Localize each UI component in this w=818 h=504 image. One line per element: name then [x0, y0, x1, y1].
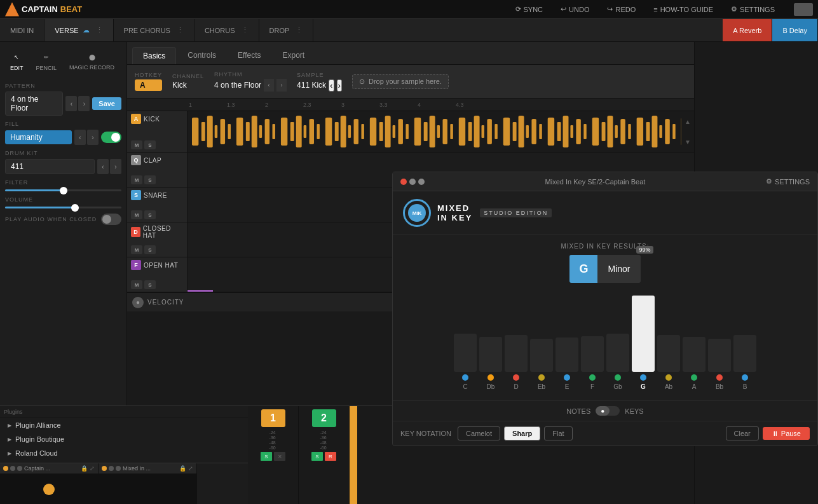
track-kick-scroll-up[interactable]: ▲	[685, 118, 691, 125]
verse-menu-icon[interactable]: ⋮	[96, 26, 103, 34]
mixer-orange-bar	[350, 406, 357, 504]
kick-mute-button[interactable]: M	[131, 140, 142, 149]
velocity-dot[interactable]: ●	[132, 297, 144, 308]
tab-chorus[interactable]: CHORUS ⋮	[194, 19, 259, 41]
pause-button[interactable]: ⏸ Pause	[763, 427, 810, 440]
track-kick-scroll-down[interactable]: ▼	[685, 139, 691, 146]
sync-button[interactable]: ⟳ SYNC	[512, 4, 547, 15]
tab-midi-in[interactable]: MIDI IN	[0, 19, 44, 41]
volume-slider-thumb[interactable]	[71, 204, 79, 212]
svg-rect-3	[215, 125, 217, 138]
mixer-ch1-mute-button[interactable]: ✕	[274, 452, 285, 461]
filter-slider[interactable]	[5, 189, 121, 191]
fill-prev-button[interactable]: ‹	[74, 130, 86, 145]
track-controls-kick: M S	[131, 140, 183, 149]
track-name-kick: KICK	[144, 116, 160, 123]
open-hat-solo-button[interactable]: S	[144, 280, 156, 289]
kick-solo-button[interactable]: S	[144, 140, 156, 149]
captain-panel-expand[interactable]: ⤢	[90, 465, 95, 472]
mixer-ch2-s-button[interactable]: S	[311, 452, 323, 461]
drum-kit-next-button[interactable]: ›	[110, 159, 121, 174]
sync-label: SYNC	[524, 6, 543, 13]
svg-rect-8	[252, 116, 257, 147]
mik-notes-toggle-option[interactable]: ●	[596, 406, 610, 416]
closed-hat-solo-button[interactable]: S	[144, 245, 156, 254]
tab-pre-chorus[interactable]: PRE CHORUS ⋮	[114, 19, 194, 41]
track-header-closed-hat: D CLOSED HAT M S	[127, 222, 187, 257]
pencil-tool-button[interactable]: ✏ PENCIL	[31, 47, 62, 75]
svg-rect-65	[672, 124, 675, 139]
magic-record-tool-button[interactable]: ⬤ MAGIC RECORD	[64, 47, 119, 75]
howto-button[interactable]: ≡ HOW-TO GUIDE	[650, 4, 717, 15]
play-audio-toggle[interactable]	[101, 214, 121, 225]
clear-button[interactable]: Clear	[726, 426, 759, 440]
drum-kit-prev-button[interactable]: ‹	[97, 159, 109, 174]
mik-panel-lock[interactable]: 🔒	[179, 465, 186, 472]
mik-dot-C	[462, 374, 468, 381]
mik-bar-B	[733, 335, 756, 372]
rhythm-prev-button[interactable]: ‹	[264, 79, 274, 92]
mixer-channel-1-num[interactable]: 1	[261, 409, 285, 427]
pattern-next-button[interactable]: ›	[78, 96, 90, 111]
mik-panel-expand[interactable]: ⤢	[188, 465, 193, 472]
mik-close-dot[interactable]	[400, 179, 407, 185]
sharp-button[interactable]: Sharp	[504, 426, 540, 440]
track-label-kick: A KICK	[131, 114, 183, 124]
snare-solo-button[interactable]: S	[144, 210, 156, 219]
snare-mute-button[interactable]: M	[131, 210, 142, 219]
svg-rect-59	[628, 124, 631, 139]
tab-a-reverb-label: A Reverb	[733, 27, 761, 34]
edit-tool-button[interactable]: ↖ EDIT	[5, 47, 29, 75]
pre-chorus-menu-icon[interactable]: ⋮	[177, 26, 184, 34]
tab-b-delay[interactable]: B Delay	[772, 19, 818, 41]
plugin-list-item-2[interactable]: ▶ Roland Cloud	[0, 446, 248, 460]
mik-minimize-dot[interactable]	[409, 179, 416, 185]
mik-keys-toggle-option[interactable]	[610, 406, 620, 416]
mik-maximize-dot[interactable]	[418, 179, 425, 185]
open-hat-mute-button[interactable]: M	[131, 280, 142, 289]
clap-solo-button[interactable]: S	[144, 175, 156, 184]
mik-notes-keys-toggle[interactable]: ●	[596, 406, 620, 416]
mik-title: Mixed In Key SE/2-Captain Beat	[430, 178, 761, 186]
fill-toggle[interactable]	[101, 132, 121, 143]
mixer-ch1-s-button[interactable]: S	[261, 452, 272, 461]
save-button[interactable]: Save	[92, 97, 121, 110]
mik-bar-D	[505, 335, 528, 372]
camelot-button[interactable]: Camelot	[458, 426, 500, 440]
tab-controls[interactable]: Controls	[177, 47, 226, 64]
hotkey-value: A	[135, 79, 162, 91]
plugin-list-item-1[interactable]: ▶ Plugin Boutique	[0, 432, 248, 446]
track-badge-kick: A	[131, 114, 141, 124]
filter-slider-thumb[interactable]	[60, 187, 67, 194]
chorus-menu-icon[interactable]: ⋮	[242, 26, 249, 34]
tab-export[interactable]: Export	[273, 47, 315, 64]
tab-basics[interactable]: Basics	[132, 47, 176, 64]
undo-button[interactable]: ↩ UNDO	[557, 4, 593, 15]
clap-mute-button[interactable]: M	[131, 175, 142, 184]
tab-effects[interactable]: Effects	[228, 47, 271, 64]
mik-key-label-F: F	[590, 383, 594, 390]
plugin-list-item-0[interactable]: ▶ Plugin Alliance	[0, 418, 248, 432]
closed-hat-mute-button[interactable]: M	[131, 245, 142, 254]
rhythm-field: RHYTHM 4 on the Floor ‹ ›	[214, 71, 287, 92]
sample-next-button[interactable]: ›	[337, 79, 342, 92]
pattern-prev-button[interactable]: ‹	[65, 96, 77, 111]
rhythm-next-button[interactable]: ›	[276, 79, 287, 92]
mixer-channel-2-num[interactable]: 2	[312, 409, 336, 427]
track-badge-open-hat: F	[131, 260, 141, 270]
mik-settings-button[interactable]: ⚙ SETTINGS	[766, 177, 810, 186]
flat-button[interactable]: Flat	[544, 426, 572, 440]
tab-verse[interactable]: VERSE ☁ ⋮	[44, 19, 113, 41]
captain-panel-lock[interactable]: 🔒	[81, 465, 88, 472]
sample-prev-button[interactable]: ‹	[329, 79, 334, 92]
drop-menu-icon[interactable]: ⋮	[296, 26, 303, 34]
sample-drop-zone[interactable]: ⊙ Drop your sample here.	[352, 74, 449, 89]
logo-captain-text: CAPTAIN	[22, 4, 58, 14]
volume-slider[interactable]	[5, 207, 121, 208]
redo-button[interactable]: ↪ REDO	[603, 4, 639, 15]
settings-button[interactable]: ⚙ SETTINGS	[727, 4, 779, 15]
fill-next-button[interactable]: ›	[87, 130, 99, 145]
mixer-ch2-r-button[interactable]: R	[325, 452, 336, 461]
tab-drop[interactable]: DROP ⋮	[259, 19, 314, 41]
tab-a-reverb[interactable]: A Reverb	[723, 19, 772, 41]
